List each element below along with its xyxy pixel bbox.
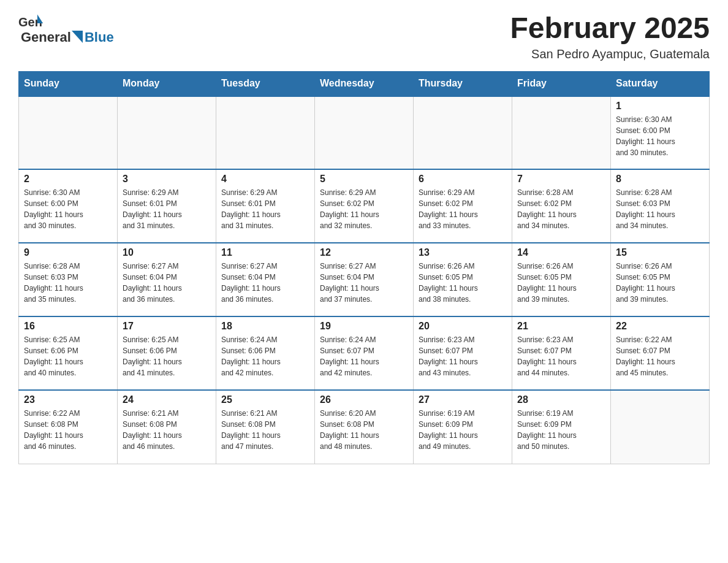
calendar-cell: 11Sunrise: 6:27 AMSunset: 6:04 PMDayligh… xyxy=(216,243,315,316)
day-number: 24 xyxy=(123,394,211,405)
logo: General General Blue xyxy=(18,12,114,45)
day-number: 14 xyxy=(517,247,605,258)
day-info: Sunrise: 6:30 AMSunset: 6:00 PMDaylight:… xyxy=(24,187,112,231)
calendar-header-friday: Friday xyxy=(512,71,611,96)
calendar-cell xyxy=(19,96,118,169)
day-info: Sunrise: 6:19 AMSunset: 6:09 PMDaylight:… xyxy=(419,408,507,452)
calendar-cell: 13Sunrise: 6:26 AMSunset: 6:05 PMDayligh… xyxy=(414,243,512,316)
day-number: 13 xyxy=(419,247,507,258)
logo-general-text: General xyxy=(21,29,71,45)
day-number: 15 xyxy=(616,247,704,258)
day-info: Sunrise: 6:24 AMSunset: 6:07 PMDaylight:… xyxy=(320,334,408,378)
day-number: 18 xyxy=(221,321,309,332)
calendar-cell: 10Sunrise: 6:27 AMSunset: 6:04 PMDayligh… xyxy=(118,243,216,316)
day-info: Sunrise: 6:19 AMSunset: 6:09 PMDaylight:… xyxy=(517,408,605,452)
calendar-cell xyxy=(512,96,611,169)
day-info: Sunrise: 6:20 AMSunset: 6:08 PMDaylight:… xyxy=(320,408,408,452)
day-info: Sunrise: 6:29 AMSunset: 6:02 PMDaylight:… xyxy=(419,187,507,231)
calendar-cell: 4Sunrise: 6:29 AMSunset: 6:01 PMDaylight… xyxy=(216,169,315,243)
day-info: Sunrise: 6:29 AMSunset: 6:02 PMDaylight:… xyxy=(320,187,408,231)
calendar-cell: 5Sunrise: 6:29 AMSunset: 6:02 PMDaylight… xyxy=(315,169,414,243)
calendar-cell: 3Sunrise: 6:29 AMSunset: 6:01 PMDaylight… xyxy=(118,169,216,243)
day-info: Sunrise: 6:30 AMSunset: 6:00 PMDaylight:… xyxy=(616,114,704,158)
day-info: Sunrise: 6:26 AMSunset: 6:05 PMDaylight:… xyxy=(419,261,507,305)
day-info: Sunrise: 6:22 AMSunset: 6:07 PMDaylight:… xyxy=(616,334,704,378)
day-number: 6 xyxy=(419,174,507,185)
day-number: 11 xyxy=(221,247,309,258)
calendar-header-saturday: Saturday xyxy=(611,71,710,96)
page-title: February 2025 xyxy=(510,12,710,45)
logo-triangle-icon xyxy=(72,31,83,43)
calendar-cell: 24Sunrise: 6:21 AMSunset: 6:08 PMDayligh… xyxy=(118,390,216,464)
page-subtitle: San Pedro Ayampuc, Guatemala xyxy=(510,47,710,61)
calendar-cell xyxy=(414,96,512,169)
day-number: 7 xyxy=(517,174,605,185)
calendar-cell xyxy=(118,96,216,169)
calendar-cell: 21Sunrise: 6:23 AMSunset: 6:07 PMDayligh… xyxy=(512,316,611,390)
day-info: Sunrise: 6:23 AMSunset: 6:07 PMDaylight:… xyxy=(419,334,507,378)
day-number: 12 xyxy=(320,247,408,258)
day-info: Sunrise: 6:28 AMSunset: 6:03 PMDaylight:… xyxy=(616,187,704,231)
calendar-cell xyxy=(216,96,315,169)
day-number: 19 xyxy=(320,321,408,332)
day-number: 17 xyxy=(123,321,211,332)
day-info: Sunrise: 6:25 AMSunset: 6:06 PMDaylight:… xyxy=(123,334,211,378)
calendar-cell: 6Sunrise: 6:29 AMSunset: 6:02 PMDaylight… xyxy=(414,169,512,243)
day-info: Sunrise: 6:26 AMSunset: 6:05 PMDaylight:… xyxy=(517,261,605,305)
calendar-cell xyxy=(611,390,710,464)
calendar-week-3: 9Sunrise: 6:28 AMSunset: 6:03 PMDaylight… xyxy=(19,243,710,316)
day-info: Sunrise: 6:25 AMSunset: 6:06 PMDaylight:… xyxy=(24,334,112,378)
calendar-cell: 28Sunrise: 6:19 AMSunset: 6:09 PMDayligh… xyxy=(512,390,611,464)
calendar-header-thursday: Thursday xyxy=(414,71,512,96)
day-number: 20 xyxy=(419,321,507,332)
day-number: 3 xyxy=(123,174,211,185)
calendar-cell: 15Sunrise: 6:26 AMSunset: 6:05 PMDayligh… xyxy=(611,243,710,316)
calendar-cell: 8Sunrise: 6:28 AMSunset: 6:03 PMDaylight… xyxy=(611,169,710,243)
day-info: Sunrise: 6:21 AMSunset: 6:08 PMDaylight:… xyxy=(221,408,309,452)
calendar-cell: 19Sunrise: 6:24 AMSunset: 6:07 PMDayligh… xyxy=(315,316,414,390)
day-info: Sunrise: 6:26 AMSunset: 6:05 PMDaylight:… xyxy=(616,261,704,305)
calendar-cell: 9Sunrise: 6:28 AMSunset: 6:03 PMDaylight… xyxy=(19,243,118,316)
calendar-header-tuesday: Tuesday xyxy=(216,71,315,96)
calendar-cell: 20Sunrise: 6:23 AMSunset: 6:07 PMDayligh… xyxy=(414,316,512,390)
day-info: Sunrise: 6:28 AMSunset: 6:03 PMDaylight:… xyxy=(24,261,112,305)
day-number: 2 xyxy=(24,174,112,185)
calendar-cell: 17Sunrise: 6:25 AMSunset: 6:06 PMDayligh… xyxy=(118,316,216,390)
day-number: 28 xyxy=(517,394,605,405)
title-area: February 2025 San Pedro Ayampuc, Guatema… xyxy=(510,12,710,61)
day-info: Sunrise: 6:29 AMSunset: 6:01 PMDaylight:… xyxy=(221,187,309,231)
calendar-cell: 18Sunrise: 6:24 AMSunset: 6:06 PMDayligh… xyxy=(216,316,315,390)
day-info: Sunrise: 6:23 AMSunset: 6:07 PMDaylight:… xyxy=(517,334,605,378)
day-number: 9 xyxy=(24,247,112,258)
day-info: Sunrise: 6:27 AMSunset: 6:04 PMDaylight:… xyxy=(221,261,309,305)
day-number: 25 xyxy=(221,394,309,405)
calendar-week-2: 2Sunrise: 6:30 AMSunset: 6:00 PMDaylight… xyxy=(19,169,710,243)
day-number: 16 xyxy=(24,321,112,332)
day-info: Sunrise: 6:27 AMSunset: 6:04 PMDaylight:… xyxy=(320,261,408,305)
svg-marker-2 xyxy=(72,31,83,43)
calendar-header-wednesday: Wednesday xyxy=(315,71,414,96)
day-info: Sunrise: 6:24 AMSunset: 6:06 PMDaylight:… xyxy=(221,334,309,378)
day-number: 8 xyxy=(616,174,704,185)
calendar-header-row: SundayMondayTuesdayWednesdayThursdayFrid… xyxy=(19,71,710,96)
calendar-table: SundayMondayTuesdayWednesdayThursdayFrid… xyxy=(18,71,710,464)
day-info: Sunrise: 6:22 AMSunset: 6:08 PMDaylight:… xyxy=(24,408,112,452)
calendar-cell: 2Sunrise: 6:30 AMSunset: 6:00 PMDaylight… xyxy=(19,169,118,243)
day-number: 27 xyxy=(419,394,507,405)
calendar-cell: 16Sunrise: 6:25 AMSunset: 6:06 PMDayligh… xyxy=(19,316,118,390)
day-info: Sunrise: 6:21 AMSunset: 6:08 PMDaylight:… xyxy=(123,408,211,452)
day-number: 23 xyxy=(24,394,112,405)
calendar-cell: 12Sunrise: 6:27 AMSunset: 6:04 PMDayligh… xyxy=(315,243,414,316)
day-number: 5 xyxy=(320,174,408,185)
calendar-cell: 1Sunrise: 6:30 AMSunset: 6:00 PMDaylight… xyxy=(611,96,710,169)
calendar-week-4: 16Sunrise: 6:25 AMSunset: 6:06 PMDayligh… xyxy=(19,316,710,390)
calendar-header-monday: Monday xyxy=(118,71,216,96)
calendar-cell xyxy=(315,96,414,169)
day-info: Sunrise: 6:27 AMSunset: 6:04 PMDaylight:… xyxy=(123,261,211,305)
day-info: Sunrise: 6:28 AMSunset: 6:02 PMDaylight:… xyxy=(517,187,605,231)
day-number: 1 xyxy=(616,101,704,112)
day-number: 22 xyxy=(616,321,704,332)
day-number: 4 xyxy=(221,174,309,185)
calendar-cell: 25Sunrise: 6:21 AMSunset: 6:08 PMDayligh… xyxy=(216,390,315,464)
day-number: 10 xyxy=(123,247,211,258)
